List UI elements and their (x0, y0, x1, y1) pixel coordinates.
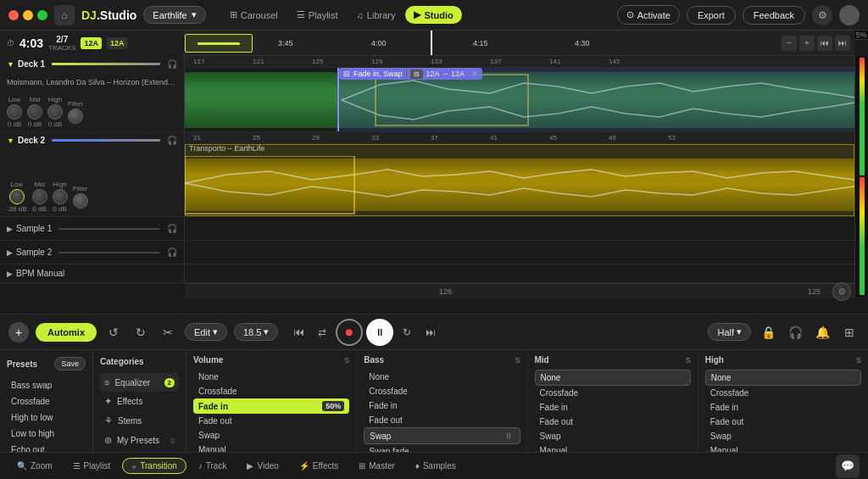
high-none[interactable]: None (705, 370, 861, 386)
nav-library[interactable]: ♫ Library (348, 7, 404, 24)
bass-swap[interactable]: Swap 0 (364, 427, 520, 444)
shuffle-button[interactable]: ⇄ (312, 322, 332, 343)
close-button[interactable] (8, 10, 19, 20)
half-dropdown-button[interactable]: Half ▾ (708, 323, 751, 341)
skip-back-button[interactable]: ⏮ (817, 36, 832, 51)
volume-manual[interactable]: Manual (193, 443, 349, 452)
deck2-filter-knob[interactable] (73, 193, 88, 209)
bass-swap-fade[interactable]: Swap fade (364, 444, 520, 452)
bass-fade-out[interactable]: Fade out (364, 413, 520, 427)
feedback-button[interactable]: Feedback (743, 6, 805, 25)
bpm-expand-icon[interactable]: ▶ (7, 270, 13, 278)
skip-forward-button[interactable]: ⏭ (835, 36, 850, 51)
preset-bass-swap[interactable]: Bass swap (7, 377, 86, 393)
nav-playlist[interactable]: ☰ Playlist (288, 6, 347, 24)
bottom-nav-playlist[interactable]: ☰ Playlist (64, 459, 120, 473)
mixed-in-key-btn[interactable]: ⊙ Activate (617, 5, 680, 25)
mid-manual[interactable]: Manual (535, 443, 691, 452)
high-fade-in[interactable]: Fade in (705, 400, 861, 415)
deck2-mid-knob[interactable] (32, 189, 47, 204)
category-equalizer[interactable]: ≡ Equalizer 2 (100, 373, 179, 392)
deck2-low-knob[interactable] (9, 189, 25, 204)
next-button[interactable]: ⏭ (420, 322, 441, 343)
bottom-nav-master[interactable]: ⊞ Master (350, 459, 403, 473)
edit-dropdown-button[interactable]: Edit ▾ (185, 323, 227, 341)
volume-none[interactable]: None (193, 370, 349, 384)
fade-close-icon[interactable]: ✕ (471, 70, 478, 78)
redo-button[interactable]: ↻ (131, 322, 151, 343)
add-button[interactable]: + (8, 322, 29, 343)
export-button[interactable]: Export (687, 6, 736, 25)
project-selector[interactable]: Earthlife ▾ (143, 6, 205, 24)
mid-swap[interactable]: Swap (535, 429, 691, 443)
waveform-circle-btn[interactable]: ⊙ (829, 284, 854, 298)
skip-to-start-button[interactable]: ⏮ (288, 322, 309, 343)
record-button[interactable]: ⏺ (336, 319, 363, 346)
minimize-button[interactable] (23, 10, 33, 20)
repeat-button[interactable]: ↻ (397, 322, 417, 343)
headphones-button[interactable]: 🎧 (785, 322, 805, 343)
category-stems[interactable]: ⚘ Stems (100, 411, 179, 431)
mid-fade-in[interactable]: Fade in (535, 400, 691, 415)
deck1-low-knob[interactable] (7, 104, 22, 120)
bpm-dropdown-button[interactable]: 18.5 ▾ (234, 323, 278, 341)
bottom-nav-track[interactable]: ♪ Track (190, 459, 236, 473)
preset-low-to-high[interactable]: Low to high (7, 426, 86, 442)
preset-crossfade[interactable]: Crossfade (7, 393, 86, 409)
user-avatar[interactable] (839, 5, 860, 25)
bass-fade-in[interactable]: Fade in (364, 398, 520, 413)
nav-carousel[interactable]: ⊞ Carousel (221, 6, 287, 24)
vu-right-bar (860, 177, 865, 295)
deck1-expand-icon[interactable]: ▼ (7, 60, 14, 69)
preset-echo-out[interactable]: Echo out (7, 442, 86, 452)
zoom-in-button[interactable]: + (799, 36, 815, 51)
deck1-filter-knob[interactable] (68, 109, 83, 124)
grid-button[interactable]: ⊞ (839, 322, 860, 343)
bottom-nav-zoom[interactable]: 🔍 Zoom (8, 459, 61, 473)
nav-studio[interactable]: ▶ Studio (405, 6, 461, 24)
settings-icon[interactable]: ⚙ (812, 5, 832, 25)
high-fade-out[interactable]: Fade out (705, 415, 861, 429)
bottom-nav-transition[interactable]: ⬦ Transition (122, 458, 186, 474)
scissors-button[interactable]: ✂ (158, 322, 178, 343)
bass-none[interactable]: None (364, 370, 520, 384)
sample1-headphone-icon[interactable]: 🎧 (167, 224, 177, 233)
deck2-high-knob[interactable] (53, 189, 68, 204)
high-swap[interactable]: Swap (705, 429, 861, 443)
deck1-headphone-icon[interactable]: 🎧 (167, 59, 177, 69)
mid-fade-out[interactable]: Fade out (535, 415, 691, 429)
maximize-button[interactable] (37, 10, 47, 20)
category-my-presets[interactable]: ⊛ My Presets 0 (100, 431, 179, 450)
volume-crossfade[interactable]: Crossfade (193, 384, 349, 398)
preset-high-to-low[interactable]: High to low (7, 409, 86, 426)
bottom-nav-samples[interactable]: ♦ Samples (407, 459, 465, 473)
bass-crossfade[interactable]: Crossfade (364, 384, 520, 398)
home-button[interactable]: ⌂ (54, 5, 75, 25)
deck1-mid-knob[interactable] (27, 104, 42, 120)
bottom-nav-video[interactable]: ▶ Video (238, 459, 287, 473)
volume-swap[interactable]: Swap (193, 428, 349, 443)
deck1-high-knob[interactable] (47, 104, 63, 120)
high-manual[interactable]: Manual (705, 443, 861, 452)
sample2-headphone-icon[interactable]: 🎧 (167, 248, 177, 257)
automix-button[interactable]: Automix (36, 323, 97, 342)
sample1-expand-icon[interactable]: ▶ (7, 225, 13, 233)
volume-fade-out[interactable]: Fade out (193, 414, 349, 428)
mid-crossfade[interactable]: Crossfade (535, 386, 691, 400)
deck2-headphone-icon[interactable]: 🎧 (167, 136, 177, 145)
bottom-nav-effects[interactable]: ⚡ Effects (291, 459, 347, 473)
mid-title: Mid (535, 355, 549, 365)
zoom-out-button[interactable]: − (782, 36, 797, 51)
category-effects[interactable]: ✦ Effects (100, 392, 179, 411)
lock-button[interactable]: 🔒 (758, 322, 778, 343)
volume-fade-in[interactable]: Fade in 50% (193, 398, 349, 414)
save-preset-button[interactable]: Save (54, 357, 86, 370)
speaker-button[interactable]: 🔔 (812, 322, 832, 343)
deck2-expand-icon[interactable]: ▼ (7, 136, 14, 145)
mid-none[interactable]: None (535, 370, 691, 386)
undo-button[interactable]: ↺ (103, 322, 124, 343)
pause-button[interactable]: ⏸ (366, 319, 393, 346)
sample2-expand-icon[interactable]: ▶ (7, 248, 13, 257)
chat-button[interactable]: 💬 (836, 454, 860, 478)
high-crossfade[interactable]: Crossfade (705, 386, 861, 400)
